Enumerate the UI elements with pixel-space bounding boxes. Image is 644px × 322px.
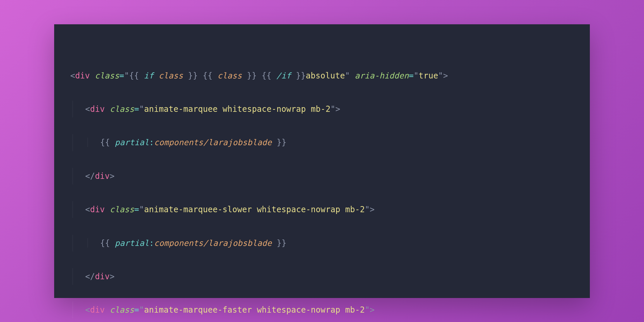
code-line-2: <div class="animate-marquee whitespace-n…: [73, 101, 571, 117]
gradient-stage: <div class="{{ if class }} {{ class }} {…: [0, 0, 644, 322]
code-line-6: {{ partial:components/larajobsblade }}: [88, 238, 287, 248]
code-line-5: <div class="animate-marquee-slower white…: [73, 201, 571, 218]
code-line-7: </div>: [73, 268, 571, 285]
code-line-1: <div class="{{ if class }} {{ class }} {…: [70, 67, 571, 84]
code-line-3-wrap: {{ partial:components/larajobsblade }}: [73, 134, 571, 151]
code-block: <div class="{{ if class }} {{ class }} {…: [70, 51, 571, 322]
code-line-4: </div>: [73, 168, 571, 184]
code-editor-panel: <div class="{{ if class }} {{ class }} {…: [54, 24, 590, 298]
code-line-6-wrap: {{ partial:components/larajobsblade }}: [73, 235, 571, 251]
code-line-8: <div class="animate-marquee-faster white…: [73, 302, 571, 318]
code-line-3: {{ partial:components/larajobsblade }}: [88, 138, 287, 147]
